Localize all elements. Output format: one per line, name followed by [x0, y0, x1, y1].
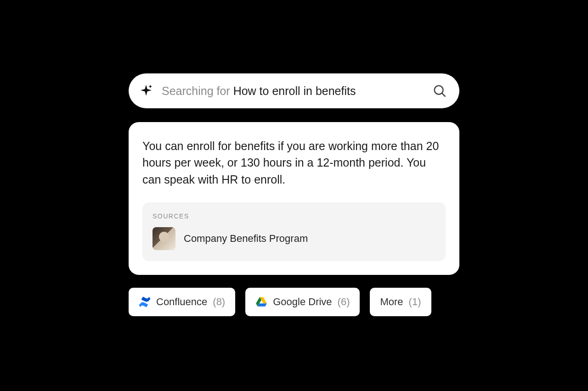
chip-count: (8) — [213, 296, 225, 308]
answer-card: You can enroll for benefits if you are w… — [129, 122, 459, 275]
answer-text: You can enroll for benefits if you are w… — [142, 138, 446, 188]
chip-label: More — [380, 296, 403, 308]
search-bar[interactable]: Searching for How to enroll in benefits — [129, 73, 459, 108]
source-chip-row: Confluence (8) Google Drive (6) More (1) — [129, 288, 459, 316]
google-drive-icon — [255, 296, 267, 308]
sources-box: SOURCES Company Benefits Program — [142, 202, 446, 261]
search-prefix: Searching for — [162, 84, 233, 97]
chip-label: Confluence — [156, 296, 207, 308]
source-thumbnail — [153, 227, 175, 250]
svg-line-1 — [442, 93, 445, 96]
chip-google-drive[interactable]: Google Drive (6) — [245, 288, 360, 316]
sources-heading: SOURCES — [153, 212, 435, 220]
search-text: Searching for How to enroll in benefits — [162, 84, 433, 98]
source-title: Company Benefits Program — [184, 233, 308, 245]
chip-count: (1) — [409, 296, 421, 308]
chip-label: Google Drive — [273, 296, 332, 308]
confluence-icon — [139, 296, 151, 308]
chip-more[interactable]: More (1) — [370, 288, 431, 316]
source-item[interactable]: Company Benefits Program — [153, 227, 435, 250]
search-query: How to enroll in benefits — [233, 84, 356, 97]
search-icon[interactable] — [433, 84, 447, 98]
chip-count: (6) — [338, 296, 350, 308]
sparkle-icon — [139, 84, 153, 98]
chip-confluence[interactable]: Confluence (8) — [129, 288, 235, 316]
svg-point-0 — [435, 86, 443, 95]
